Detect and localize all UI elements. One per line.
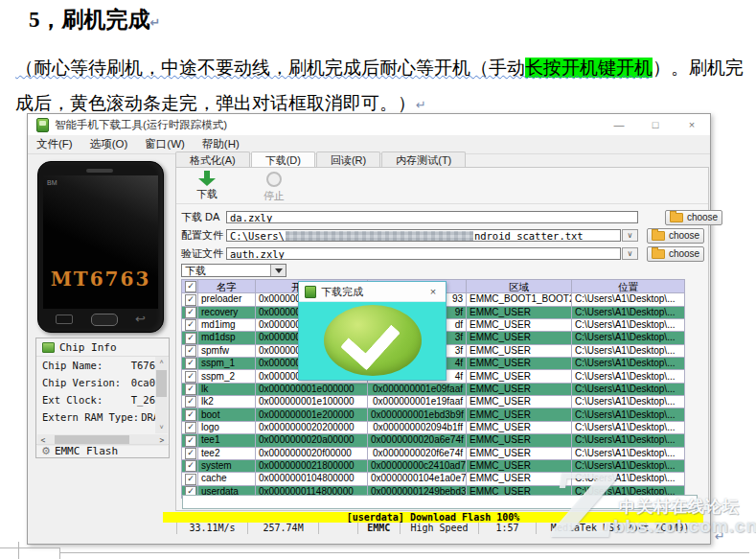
cell-region: EMMC_USER	[467, 383, 572, 395]
maximize-button[interactable]: □	[637, 114, 674, 135]
dialog-close-button[interactable]: ×	[421, 286, 446, 297]
cell-loc: C:\Users\A1\Desktop\...	[572, 332, 685, 344]
scroll-up-icon[interactable]: ˄	[155, 357, 168, 368]
row-checkbox-cell: ✓	[182, 408, 198, 421]
download-button[interactable]: 下载	[186, 171, 228, 201]
scatter-choose-button[interactable]: choose	[647, 228, 704, 244]
row-checkbox[interactable]: ✓	[185, 384, 196, 395]
download-button-label: 下载	[186, 187, 228, 201]
chip-field-label: Chip Name:	[42, 360, 103, 371]
row-checkbox-cell: ✓	[182, 306, 198, 318]
window-title: 智能手机下载工具(运行时跟踪模式)	[55, 118, 227, 132]
row-checkbox[interactable]: ✓	[185, 435, 196, 447]
tab-download[interactable]: 下载(D)	[251, 151, 315, 167]
chip-field-label: Chip Version:	[42, 377, 121, 388]
row-checkbox[interactable]: ✓	[185, 358, 196, 369]
row-checkbox[interactable]: ✓	[185, 409, 196, 421]
row-checkbox[interactable]: ✓	[185, 333, 196, 344]
scatter-path-prefix: C:\Users\	[230, 230, 285, 242]
scroll-down-icon[interactable]: ˅	[155, 422, 168, 433]
menu-item-window[interactable]: 窗口(W)	[136, 137, 194, 151]
header-location: 位置	[572, 280, 685, 293]
cell-loc: C:\Users\A1\Desktop\...	[572, 344, 685, 357]
select-all-checkbox[interactable]: ✓	[185, 281, 196, 292]
toolbar: 下载 停止	[176, 168, 708, 204]
cell-region: EMMC_BOOT1_BOOT2	[467, 293, 572, 306]
cell-start: 0x0000000020f00000	[256, 447, 368, 459]
status-segment	[318, 523, 356, 534]
row-checkbox[interactable]: ✓	[185, 319, 196, 331]
progress-bar: [userdata] Download Flash 100%	[163, 512, 703, 523]
cell-region: EMMC_USER	[467, 447, 572, 459]
scatter-dropdown-icon[interactable]: ∨	[622, 229, 638, 242]
cell-region: EMMC_USER	[467, 370, 572, 383]
chip-icon	[42, 342, 55, 353]
auth-dropdown-icon[interactable]: ∨	[622, 247, 638, 260]
row-checkbox[interactable]: ✓	[185, 294, 196, 306]
cell-start: 0x0000000020a00000	[256, 434, 368, 447]
cell-name: tee2	[198, 447, 256, 459]
scatter-file-input[interactable]: C:\Users\ndroid_scatter.txt	[226, 229, 621, 242]
status-segment: High Speed	[400, 523, 478, 534]
chevron-down-icon[interactable]	[270, 265, 286, 276]
cell-name: sspm_1	[198, 358, 256, 370]
tab-memory-test[interactable]: 内存测试(T)	[381, 151, 466, 167]
cell-end: 0x000000001e19faaf	[368, 396, 467, 408]
stop-icon	[266, 172, 282, 187]
row-checkbox-cell: ✓	[182, 344, 198, 357]
cell-region: EMMC_USER	[467, 408, 572, 421]
table-border-tick	[59, 547, 60, 559]
menu-item-help[interactable]: 帮助(H)	[194, 137, 248, 151]
row-checkbox-cell: ✓	[182, 459, 198, 472]
success-checkmark-icon	[324, 305, 422, 376]
menu-item-file[interactable]: 文件(F)	[28, 137, 81, 151]
row-checkbox[interactable]: ✓	[185, 460, 196, 472]
row-checkbox[interactable]: ✓	[185, 474, 196, 485]
scatter-label: 配置文件	[181, 228, 226, 243]
gear-icon: ⚙	[41, 445, 51, 457]
chip-field-value: T676	[131, 360, 155, 371]
stop-button[interactable]: 停止	[253, 171, 295, 203]
close-button[interactable]: ×	[674, 114, 710, 135]
mode-select[interactable]: 下载	[181, 264, 286, 277]
header-region: 区域	[467, 280, 572, 293]
table-border-line	[59, 552, 749, 553]
da-choose-button[interactable]: choose	[665, 210, 722, 225]
status-segment: 33.11M/s	[176, 523, 247, 534]
row-checkbox[interactable]: ✓	[185, 422, 196, 433]
cell-region: EMMC_USER	[467, 473, 572, 485]
menu-item-options[interactable]: 选项(O)	[81, 137, 137, 151]
tab-format[interactable]: 格式化(A)	[175, 151, 250, 167]
chip-vertical-scrollbar[interactable]: ˄ ˅	[155, 357, 168, 433]
status-bar: 33.11M/s257.74MEMMCHigh Speed1:57MediaTe…	[163, 523, 703, 534]
chip-info-title: Chip Info	[59, 341, 117, 354]
phone-corner-label: BM	[47, 179, 57, 186]
para-line2: 成后，黄色滚动条走完，弹出对话框取消即可。）	[15, 93, 416, 113]
row-checkbox-cell: ✓	[182, 396, 198, 408]
phone-back-icon: ↩	[135, 314, 146, 324]
auth-choose-button[interactable]: choose	[647, 246, 704, 262]
download-complete-dialog: 下载完成 ×	[298, 281, 447, 381]
table-border-tick	[18, 542, 19, 559]
row-checkbox[interactable]: ✓	[185, 345, 196, 357]
row-checkbox[interactable]: ✓	[185, 371, 196, 383]
row-checkbox-cell: ✓	[182, 358, 198, 370]
cell-name: boot	[198, 408, 256, 421]
row-checkbox[interactable]: ✓	[185, 448, 196, 459]
cell-loc: C:\Users\A1\Desktop\...	[572, 473, 685, 485]
auth-file-input[interactable]: auth.zxly	[226, 247, 621, 260]
da-label: 下载 DA	[181, 210, 226, 224]
row-checkbox[interactable]: ✓	[185, 307, 196, 318]
row-checkbox-cell: ✓	[182, 332, 198, 344]
row-checkbox[interactable]: ✓	[185, 396, 196, 408]
tab-readback[interactable]: 回读(R)	[316, 151, 380, 167]
chip-info-row: Ext Clock:T_26	[36, 391, 155, 408]
scrollbar-thumb[interactable]	[156, 370, 167, 397]
minimize-button[interactable]: —	[601, 114, 637, 135]
cell-start: 0x0000000021800000	[256, 459, 368, 472]
progress-text: [userdata] Download Flash 100%	[347, 512, 520, 523]
da-file-input[interactable]: da.zxly	[226, 211, 638, 223]
tab-strip: 格式化(A)下载(D)回读(R)内存测试(T)	[175, 151, 467, 167]
cell-loc: C:\Users\A1\Desktop\...	[572, 306, 685, 318]
pilcrow-icon: ↵	[416, 98, 426, 112]
